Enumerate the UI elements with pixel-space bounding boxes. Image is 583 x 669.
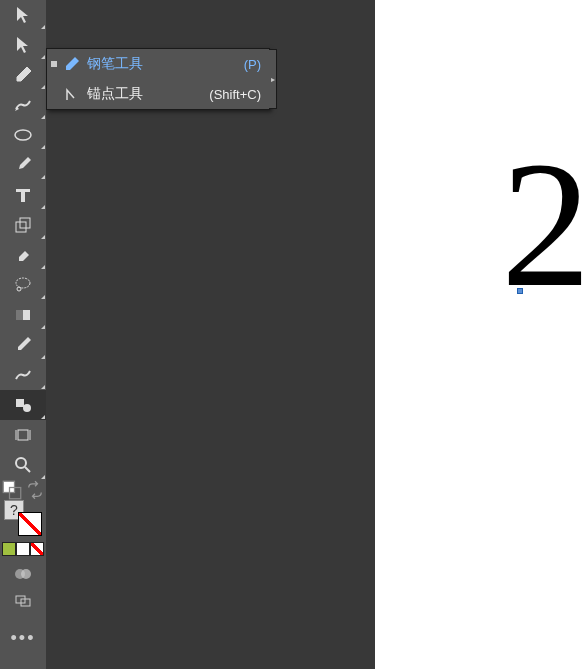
default-fill-stroke[interactable] bbox=[0, 480, 23, 500]
svg-rect-9 bbox=[18, 430, 28, 440]
tool-pen[interactable] bbox=[0, 60, 46, 90]
artboard-icon bbox=[13, 425, 33, 445]
svg-line-13 bbox=[25, 467, 30, 472]
brush-icon bbox=[13, 155, 33, 175]
swap-fill-row bbox=[0, 480, 46, 500]
swap-arrows-icon bbox=[25, 480, 45, 500]
tool-ellipse[interactable] bbox=[0, 120, 46, 150]
type-icon bbox=[13, 185, 33, 205]
tool-drawedit[interactable] bbox=[0, 90, 46, 120]
flyout-shortcut: (P) bbox=[244, 57, 261, 72]
gradient-icon bbox=[13, 305, 33, 325]
canvas[interactable]: 2 bbox=[375, 0, 583, 669]
direct-selection-icon bbox=[13, 35, 33, 55]
flyout-active-dot-icon bbox=[51, 61, 57, 67]
svg-point-0 bbox=[15, 130, 31, 140]
blend-icon bbox=[13, 365, 33, 385]
tool-screen-mode[interactable] bbox=[0, 561, 46, 587]
svg-point-12 bbox=[16, 458, 26, 468]
tools-toolbar: ? ••• bbox=[0, 0, 46, 669]
tool-eraser[interactable] bbox=[0, 240, 46, 270]
swap-fill-stroke[interactable] bbox=[23, 480, 46, 500]
zoom-icon bbox=[13, 455, 33, 475]
flyout-indicator-icon bbox=[41, 115, 45, 119]
svg-rect-2 bbox=[20, 218, 30, 228]
flyout-indicator-icon bbox=[41, 475, 45, 479]
flyout-indicator-icon bbox=[41, 175, 45, 179]
tool-type[interactable] bbox=[0, 180, 46, 210]
flyout-shortcut: (Shift+C) bbox=[209, 87, 261, 102]
mode-inside[interactable] bbox=[30, 542, 44, 556]
flyout-indicator-icon bbox=[41, 205, 45, 209]
pen-tool-flyout: 钢笔工具 (P) 锚点工具 (Shift+C) ▸ bbox=[46, 48, 270, 110]
svg-point-3 bbox=[16, 278, 30, 288]
flyout-indicator-icon bbox=[41, 25, 45, 29]
tool-zoom[interactable] bbox=[0, 450, 46, 480]
flyout-indicator-icon bbox=[41, 415, 45, 419]
tool-artboard[interactable] bbox=[0, 420, 46, 450]
tool-selection-arrow[interactable] bbox=[0, 0, 46, 30]
stroke-swatch[interactable] bbox=[18, 512, 42, 536]
svg-point-17 bbox=[21, 569, 31, 579]
mode-normal[interactable] bbox=[2, 542, 16, 556]
tool-direct-selection[interactable] bbox=[0, 30, 46, 60]
flyout-indicator-icon bbox=[41, 265, 45, 269]
tool-transform[interactable] bbox=[0, 210, 46, 240]
svg-point-8 bbox=[23, 404, 31, 412]
lasso-icon bbox=[13, 275, 33, 295]
transform-icon bbox=[13, 215, 33, 235]
tool-symbol[interactable] bbox=[0, 390, 46, 420]
pencil-icon bbox=[13, 95, 33, 115]
svg-rect-6 bbox=[16, 310, 23, 320]
flyout-label: 锚点工具 bbox=[87, 85, 197, 103]
tool-blend[interactable] bbox=[0, 360, 46, 390]
flyout-indicator-icon bbox=[41, 85, 45, 89]
tool-brush[interactable] bbox=[0, 150, 46, 180]
more-dots-icon: ••• bbox=[11, 628, 36, 649]
mode-behind[interactable] bbox=[16, 542, 30, 556]
flyout-indicator-icon bbox=[41, 295, 45, 299]
screen-mode-icon bbox=[13, 564, 33, 584]
flyout-indicator-icon bbox=[41, 145, 45, 149]
canvas-text-object[interactable]: 2 bbox=[501, 135, 583, 315]
pen-icon bbox=[63, 56, 81, 72]
flyout-indicator-icon bbox=[41, 355, 45, 359]
tool-screen-mode-2[interactable] bbox=[0, 587, 46, 613]
flyout-indicator-icon bbox=[41, 325, 45, 329]
svg-rect-7 bbox=[16, 399, 24, 407]
draw-mode-row bbox=[2, 542, 44, 556]
flyout-tearoff-handle[interactable]: ▸ bbox=[269, 49, 277, 109]
eraser-icon bbox=[13, 245, 33, 265]
symbol-icon bbox=[13, 395, 33, 415]
flyout-item-anchor[interactable]: 锚点工具 (Shift+C) bbox=[47, 79, 269, 109]
toolbar-more[interactable]: ••• bbox=[0, 625, 46, 651]
selection-arrow-icon bbox=[13, 5, 33, 25]
flyout-indicator-icon bbox=[41, 55, 45, 59]
pen-icon bbox=[13, 65, 33, 85]
anchor-point-icon bbox=[63, 86, 81, 102]
tool-lasso[interactable] bbox=[0, 270, 46, 300]
flyout-item-pen[interactable]: 钢笔工具 (P) bbox=[47, 49, 269, 79]
screens-icon bbox=[13, 590, 33, 610]
selection-handle[interactable] bbox=[517, 288, 523, 294]
flyout-label: 钢笔工具 bbox=[87, 55, 232, 73]
svg-rect-1 bbox=[16, 222, 26, 232]
mini-swatch-icon bbox=[2, 480, 22, 500]
flyout-indicator-icon bbox=[41, 385, 45, 389]
fill-stroke-swatches[interactable]: ? bbox=[0, 500, 46, 536]
ellipse-icon bbox=[13, 125, 33, 145]
tool-gradient[interactable] bbox=[0, 300, 46, 330]
tool-eyedropper[interactable] bbox=[0, 330, 46, 360]
eyedropper-icon bbox=[13, 335, 33, 355]
flyout-indicator-icon bbox=[41, 235, 45, 239]
